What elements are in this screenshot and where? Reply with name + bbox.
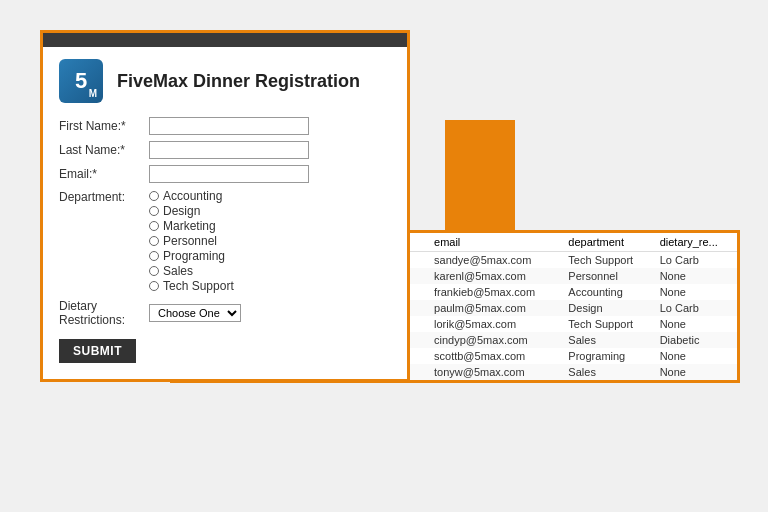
- department-section: Department: AccountingDesignMarketingPer…: [59, 189, 391, 293]
- dietary-row: Dietary Restrictions: Choose One: [59, 299, 391, 327]
- fivemax-logo: 5 M: [59, 59, 103, 103]
- first-name-row: First Name:*: [59, 117, 391, 135]
- department-radio-row: Personnel: [149, 234, 234, 248]
- department-radio-row: Sales: [149, 264, 234, 278]
- table-cell: Tech Support: [562, 252, 653, 269]
- table-cell: scottb@5max.com: [428, 348, 562, 364]
- table-cell: Tech Support: [562, 316, 653, 332]
- radio-circle[interactable]: [149, 206, 159, 216]
- table-cell: Lo Carb: [654, 252, 737, 269]
- first-name-input[interactable]: [149, 117, 309, 135]
- department-option: Marketing: [163, 219, 216, 233]
- department-radio-row: Tech Support: [149, 279, 234, 293]
- table-cell: None: [654, 268, 737, 284]
- table-cell: paulm@5max.com: [428, 300, 562, 316]
- department-radio-row: Design: [149, 204, 234, 218]
- table-column-header: dietary_re...: [654, 233, 737, 252]
- department-label: Department:: [59, 189, 149, 293]
- table-cell: Sales: [562, 332, 653, 348]
- radio-circle[interactable]: [149, 281, 159, 291]
- table-cell: cindyp@5max.com: [428, 332, 562, 348]
- logo-letter: M: [89, 88, 97, 99]
- table-cell: Diabetic: [654, 332, 737, 348]
- department-option: Personnel: [163, 234, 217, 248]
- first-name-label: First Name:*: [59, 119, 149, 133]
- last-name-input[interactable]: [149, 141, 309, 159]
- table-column-header: department: [562, 233, 653, 252]
- table-cell: Lo Carb: [654, 300, 737, 316]
- form-title: FiveMax Dinner Registration: [117, 71, 360, 92]
- last-name-label: Last Name:*: [59, 143, 149, 157]
- department-radio-row: Accounting: [149, 189, 234, 203]
- table-cell: Accounting: [562, 284, 653, 300]
- department-option: Tech Support: [163, 279, 234, 293]
- department-option: Design: [163, 204, 200, 218]
- table-cell: Design: [562, 300, 653, 316]
- department-option: Programing: [163, 249, 225, 263]
- table-cell: None: [654, 348, 737, 364]
- email-input[interactable]: [149, 165, 309, 183]
- radio-circle[interactable]: [149, 191, 159, 201]
- table-cell: Programing: [562, 348, 653, 364]
- submit-button[interactable]: SUBMIT: [59, 339, 136, 363]
- email-label: Email:*: [59, 167, 149, 181]
- email-row: Email:*: [59, 165, 391, 183]
- table-cell: sandye@5max.com: [428, 252, 562, 269]
- department-option: Accounting: [163, 189, 222, 203]
- dietary-select[interactable]: Choose One: [149, 304, 241, 322]
- table-cell: None: [654, 284, 737, 300]
- table-cell: lorik@5max.com: [428, 316, 562, 332]
- department-radio-row: Programing: [149, 249, 234, 263]
- table-cell: Sales: [562, 364, 653, 380]
- table-column-header: email: [428, 233, 562, 252]
- registration-form: 5 M FiveMax Dinner Registration First Na…: [40, 30, 410, 382]
- radio-circle[interactable]: [149, 251, 159, 261]
- logo-number: 5: [75, 70, 87, 92]
- dietary-label: Dietary Restrictions:: [59, 299, 149, 327]
- department-radio-row: Marketing: [149, 219, 234, 233]
- table-cell: None: [654, 316, 737, 332]
- table-cell: None: [654, 364, 737, 380]
- table-cell: frankieb@5max.com: [428, 284, 562, 300]
- radio-circle[interactable]: [149, 266, 159, 276]
- table-cell: karenl@5max.com: [428, 268, 562, 284]
- radio-circle[interactable]: [149, 221, 159, 231]
- department-options: AccountingDesignMarketingPersonnelProgra…: [149, 189, 234, 293]
- department-option: Sales: [163, 264, 193, 278]
- table-cell: tonyw@5max.com: [428, 364, 562, 380]
- radio-circle[interactable]: [149, 236, 159, 246]
- last-name-row: Last Name:*: [59, 141, 391, 159]
- table-cell: Personnel: [562, 268, 653, 284]
- form-header-bar: [43, 33, 407, 47]
